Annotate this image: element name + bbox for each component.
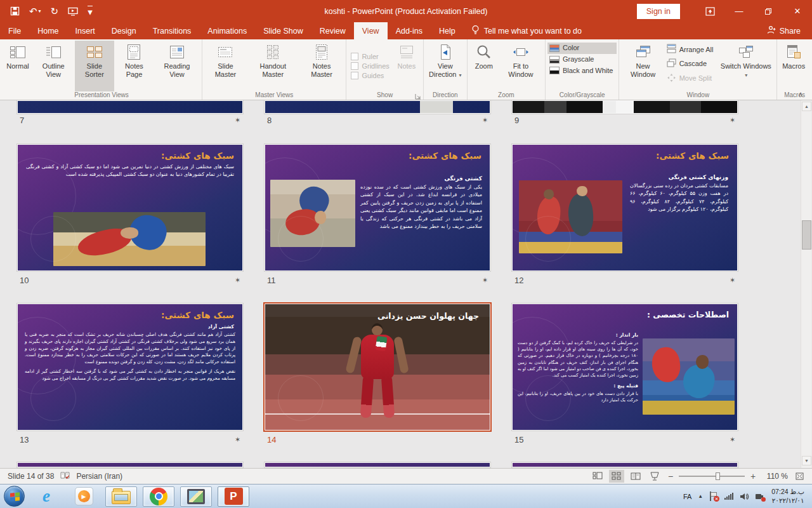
reading-view-icon xyxy=(167,43,187,61)
scroll-up-icon[interactable]: ▲ xyxy=(802,102,811,111)
share-button[interactable]: Share xyxy=(756,22,812,39)
grayscale-button[interactable]: Grayscale xyxy=(547,54,617,65)
clock-time: 07:24 ب.ظ xyxy=(771,488,804,497)
tab-transitions[interactable]: Transitions xyxy=(145,22,200,39)
slide-thumbnail-7[interactable] xyxy=(17,100,243,114)
normal-view-button[interactable]: Normal xyxy=(3,41,32,91)
zoom-button[interactable]: Zoom xyxy=(469,41,499,91)
slide-thumbnail-11[interactable]: سبک های کشتی: کشتی فرنگی یکی از سبک های … xyxy=(265,144,490,271)
customize-qat-icon[interactable]: ▾ xyxy=(88,6,93,17)
slide-thumbnail-18[interactable] xyxy=(512,462,738,467)
tab-insert[interactable]: Insert xyxy=(67,22,103,39)
gridlines-checkbox[interactable]: Gridlines xyxy=(351,62,389,70)
tab-view[interactable]: View xyxy=(354,22,388,39)
language-indicator[interactable]: Persian (Iran) xyxy=(76,472,122,481)
group-window: New Window Arrange All Cascade Move Spli… xyxy=(619,39,776,100)
tab-file[interactable]: File xyxy=(0,22,29,39)
collapse-ribbon-button[interactable]: ∧ xyxy=(798,90,803,98)
power-plug-icon[interactable] xyxy=(756,492,765,501)
notes-page-button[interactable]: Notes Page xyxy=(114,41,154,91)
scrollbar-thumb[interactable] xyxy=(802,220,811,250)
start-from-beginning-icon[interactable] xyxy=(68,7,78,16)
close-button[interactable]: ✕ xyxy=(783,0,812,22)
network-signal-icon[interactable] xyxy=(724,493,733,500)
taskbar-photo-viewer[interactable] xyxy=(180,486,212,507)
guides-checkbox[interactable]: Guides xyxy=(351,72,389,79)
switch-windows-button[interactable]: Switch Windows ▾ xyxy=(717,41,775,91)
slide-thumbnail-14[interactable]: جهان پهلوان حسن یزدانی xyxy=(265,304,490,430)
tab-help[interactable]: Help xyxy=(431,22,464,39)
slide-body: یکی از سبک های ورزش کشتی است که در سده ن… xyxy=(360,184,483,231)
show-dialog-launcher-icon[interactable] xyxy=(415,91,421,97)
sign-in-button[interactable]: Sign in xyxy=(637,4,680,19)
taskbar-powerpoint[interactable]: P xyxy=(218,486,249,507)
slide-thumbnail-16[interactable] xyxy=(17,462,243,467)
tab-addins[interactable]: Add-ins xyxy=(388,22,431,39)
handout-master-button[interactable]: Handout Master xyxy=(247,41,299,91)
redo-icon[interactable]: ↻ xyxy=(51,6,59,16)
slide-master-button[interactable]: Slide Master xyxy=(204,41,247,91)
zoom-slider-thumb[interactable] xyxy=(716,472,720,480)
cascade-button[interactable]: Cascade xyxy=(665,57,717,72)
color-swatch-icon xyxy=(549,44,560,52)
restore-button[interactable] xyxy=(754,0,783,22)
notes-button[interactable]: Notes xyxy=(392,41,421,91)
slide-thumbnail-9[interactable] xyxy=(512,100,738,114)
save-icon[interactable] xyxy=(10,6,20,16)
tab-review[interactable]: Review xyxy=(311,22,354,39)
taskbar-clock[interactable]: 07:24 ب.ظ ۲۰۲۲/۱۲/۰۱ xyxy=(771,488,804,505)
taskbar-file-explorer[interactable] xyxy=(105,486,137,507)
slide-sorter-button[interactable]: Slide Sorter xyxy=(75,41,115,91)
spell-check-icon[interactable] xyxy=(60,471,70,482)
taskbar-internet-explorer[interactable]: e xyxy=(30,486,62,507)
media-player-icon: ▶ xyxy=(75,487,93,505)
macros-button[interactable]: Macros xyxy=(779,41,808,91)
outline-view-button[interactable]: Outline View xyxy=(32,41,75,91)
notes-master-button[interactable]: Notes Master xyxy=(299,41,344,91)
action-center-flag-icon[interactable]: ✕ xyxy=(709,491,718,501)
fit-to-window-button[interactable]: Fit to Window xyxy=(499,41,543,91)
tab-home[interactable]: Home xyxy=(29,22,67,39)
fit-slide-to-window-icon[interactable] xyxy=(792,470,807,483)
tab-design[interactable]: Design xyxy=(103,22,145,39)
zoom-percentage[interactable]: 110 % xyxy=(761,472,788,481)
slide-thumbnail-13[interactable]: سبک های کشتی: کشتی آزاد کشتی آزاد هم مان… xyxy=(17,304,243,431)
scroll-down-icon[interactable]: ▼ xyxy=(802,456,811,465)
reading-view-button[interactable]: Reading View xyxy=(154,41,200,91)
new-window-button[interactable]: New Window xyxy=(621,41,664,91)
view-direction-button[interactable]: View Direction ▾ xyxy=(426,41,465,91)
tell-me-box[interactable]: Tell me what you want to do xyxy=(464,22,589,39)
slide-thumbnail-15[interactable]: اصطلاحات تخصصی : بار انداز : در شرایطی ک… xyxy=(512,304,738,431)
undo-icon[interactable]: ↶▾ xyxy=(29,6,41,16)
normal-view-button-small[interactable] xyxy=(590,470,605,483)
taskbar-chrome[interactable] xyxy=(143,486,174,507)
move-split-button[interactable]: Move Split xyxy=(665,72,717,86)
input-language-indicator[interactable]: FA xyxy=(683,493,691,500)
ribbon-display-options-button[interactable] xyxy=(695,0,724,22)
slide-thumbnail-8[interactable] xyxy=(265,100,490,114)
animation-star-icon: ✶ xyxy=(730,116,735,124)
tab-animations[interactable]: Animations xyxy=(199,22,255,39)
slide-thumbnail-17[interactable] xyxy=(265,462,490,467)
show-hidden-icons-icon[interactable]: ▲ xyxy=(698,493,703,499)
black-and-white-button[interactable]: Black and White xyxy=(547,65,617,77)
ruler-checkbox[interactable]: Ruler xyxy=(351,53,389,60)
color-button[interactable]: Color xyxy=(547,43,617,54)
tab-slide-show[interactable]: Slide Show xyxy=(255,22,311,39)
reading-view-button-small[interactable] xyxy=(628,470,643,483)
taskbar-media-player[interactable]: ▶ xyxy=(68,486,100,507)
slide-show-button-small[interactable] xyxy=(647,470,662,483)
slide-sorter-canvas[interactable]: 7 ✶ 8 ✶ 9 ✶ سبک های کشتی: سبک های مختلفی… xyxy=(0,100,812,468)
zoom-out-icon[interactable]: − xyxy=(666,471,675,481)
move-split-icon xyxy=(667,73,676,85)
start-button[interactable] xyxy=(4,486,25,507)
slide-thumbnail-12[interactable]: سبک های کشتی: وزنهای کشتی فرنگی مسابقات … xyxy=(512,144,738,271)
zoom-in-icon[interactable]: + xyxy=(749,471,757,481)
volume-icon[interactable] xyxy=(740,492,749,501)
zoom-slider[interactable] xyxy=(679,476,745,477)
slide-sorter-button-small[interactable] xyxy=(609,470,624,483)
minimize-button[interactable]: — xyxy=(724,0,754,22)
arrange-all-button[interactable]: Arrange All xyxy=(665,43,717,57)
slide-thumbnail-10[interactable]: سبک های کشتی: سبک های مختلفی از ورزش کشت… xyxy=(17,144,243,271)
vertical-scrollbar[interactable]: ▲ ▼ xyxy=(801,100,811,468)
